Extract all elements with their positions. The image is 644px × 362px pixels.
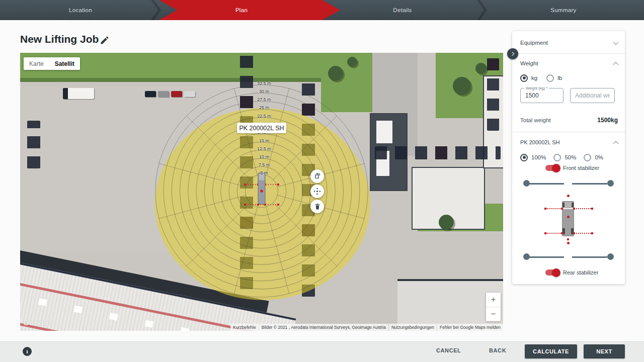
- next-button[interactable]: NEXT: [584, 344, 625, 358]
- wizard-stepper: Location Plan Details Summary: [0, 0, 644, 20]
- unit-kg-label: kg: [531, 75, 537, 81]
- beam-endpoint: [561, 232, 563, 234]
- ring-label: 32.5 m: [257, 81, 271, 86]
- tree: [439, 215, 454, 230]
- rear-stabilizer-row: Rear stabilizer: [545, 268, 618, 277]
- plan-settings-panel: Equipment Weight kg lb Weight (kg) * Tot…: [512, 31, 625, 284]
- edit-title-button[interactable]: [100, 35, 110, 45]
- crane-section-header[interactable]: PK 200002L SH: [520, 137, 618, 148]
- pencil-icon: [100, 35, 110, 45]
- step-details[interactable]: Details: [347, 0, 458, 20]
- front-stabilizer-toggle[interactable]: [545, 165, 559, 171]
- stabilizer-100-label: 100%: [531, 154, 546, 160]
- parked-cars-column: [27, 121, 40, 168]
- parked-cars-row: [375, 146, 501, 159]
- map-type-karte[interactable]: Karte: [24, 57, 49, 70]
- ring-label: 10 m: [259, 154, 269, 159]
- rear-stabilizer-slider: [512, 253, 625, 260]
- equipment-section-header[interactable]: Equipment: [520, 37, 618, 48]
- diagram-wheel: [562, 203, 565, 207]
- zoom-in-button[interactable]: +: [486, 293, 501, 307]
- slider-handle-left[interactable]: [523, 253, 530, 260]
- stabilizer-100-radio[interactable]: [520, 154, 528, 161]
- map-canvas[interactable]: 5 m 7.5 m 10 m 12.5 m 15 m 17.5 m 20 m 2…: [20, 53, 503, 331]
- parking-lot: [20, 86, 252, 252]
- rear-stabilizer-toggle[interactable]: [545, 269, 559, 276]
- terms-link[interactable]: Nutzungsbedingungen: [389, 324, 437, 331]
- weight-label: Weight: [520, 60, 538, 66]
- step-plan[interactable]: Plan: [186, 0, 297, 20]
- beam-endpoint[interactable]: [544, 208, 546, 210]
- diagram-wheel: [572, 203, 574, 207]
- weight-input-wrap: Weight (kg) *: [520, 88, 564, 103]
- step-separator: [477, 0, 487, 20]
- divider: [512, 53, 625, 54]
- weight-input[interactable]: [521, 88, 563, 103]
- keyboard-shortcuts-link[interactable]: Kurzbefehle: [230, 324, 258, 331]
- parked-cars-column: [240, 53, 253, 289]
- additional-weight-input[interactable]: [571, 88, 614, 103]
- map-attribution: Kurzbefehle Bilder © 2021 , Aerodata Int…: [230, 324, 503, 331]
- crane-map-label[interactable]: PK 200002L SH: [237, 123, 286, 133]
- rotate-icon: [313, 172, 321, 180]
- step-separator: [151, 0, 161, 20]
- step-location[interactable]: Location: [25, 0, 136, 20]
- crane-model-label: PK 200002L SH: [520, 139, 559, 145]
- unit-lb-radio[interactable]: [546, 74, 554, 82]
- additional-weight-input-wrap: [570, 88, 615, 103]
- car: [184, 91, 195, 97]
- chevron-up-icon: [613, 62, 618, 67]
- step-summary[interactable]: Summary: [508, 0, 619, 20]
- stabilizer-percent-group: 100% 50% 0%: [520, 153, 618, 162]
- unit-lb-label: lb: [557, 75, 562, 81]
- chevron-up-icon: [613, 141, 618, 146]
- map-zoom-control: + −: [486, 293, 501, 321]
- slider-track: [529, 183, 564, 185]
- stabilizer-0-radio[interactable]: [584, 154, 591, 161]
- report-error-link[interactable]: Fehler bei Google Maps melden: [437, 324, 503, 331]
- tree: [475, 63, 487, 74]
- truck-trailer: [63, 88, 94, 99]
- info-button[interactable]: i: [23, 347, 32, 356]
- beam-endpoint[interactable]: [591, 208, 593, 210]
- collapse-panel-button[interactable]: [507, 48, 518, 59]
- ring-label: 27.5 m: [257, 97, 271, 102]
- car: [158, 91, 169, 97]
- slider-handle-right[interactable]: [607, 180, 614, 187]
- cancel-button[interactable]: CANCEL: [436, 347, 461, 353]
- parked-cars-column: [487, 55, 499, 131]
- back-button[interactable]: BACK: [489, 347, 506, 353]
- beam-endpoint: [573, 232, 575, 234]
- ring-label: 15 m: [259, 138, 269, 143]
- tree: [328, 66, 343, 81]
- tree: [347, 57, 357, 67]
- zoom-out-button[interactable]: −: [486, 307, 501, 321]
- front-left-beam: [546, 208, 562, 209]
- car: [171, 91, 182, 97]
- ring-label: 5 m: [260, 170, 268, 175]
- diagram-point: [567, 242, 570, 244]
- stabilizer-0-label: 0%: [595, 154, 603, 160]
- unit-kg-radio[interactable]: [520, 74, 528, 82]
- beam-endpoint[interactable]: [544, 232, 546, 234]
- truck-body: [258, 173, 265, 204]
- slider-handle-right[interactable]: [607, 253, 614, 260]
- stabilizer-50-radio[interactable]: [553, 154, 561, 161]
- tree: [453, 77, 471, 95]
- ring-label: 22.5 m: [257, 114, 271, 119]
- beam-endpoint[interactable]: [591, 232, 593, 234]
- calculate-button[interactable]: CALCULATE: [525, 344, 577, 358]
- stabilizer-50-label: 50%: [565, 154, 576, 160]
- trash-icon: [314, 203, 321, 210]
- beam-endpoint: [561, 208, 563, 210]
- weight-section-header[interactable]: Weight: [520, 58, 618, 69]
- slider-handle-left[interactable]: [523, 180, 530, 187]
- total-weight-row: Total weight 1500kg: [520, 116, 618, 125]
- slider-track: [529, 256, 564, 258]
- rear-stabilizer-label: Rear stabilizer: [563, 269, 598, 276]
- move-crane-button[interactable]: [310, 185, 324, 198]
- map-type-satellit[interactable]: Satellit: [49, 57, 80, 70]
- delete-crane-button[interactable]: [310, 200, 324, 213]
- ring-label: 25 m: [259, 105, 269, 110]
- rotate-crane-button[interactable]: [310, 169, 324, 183]
